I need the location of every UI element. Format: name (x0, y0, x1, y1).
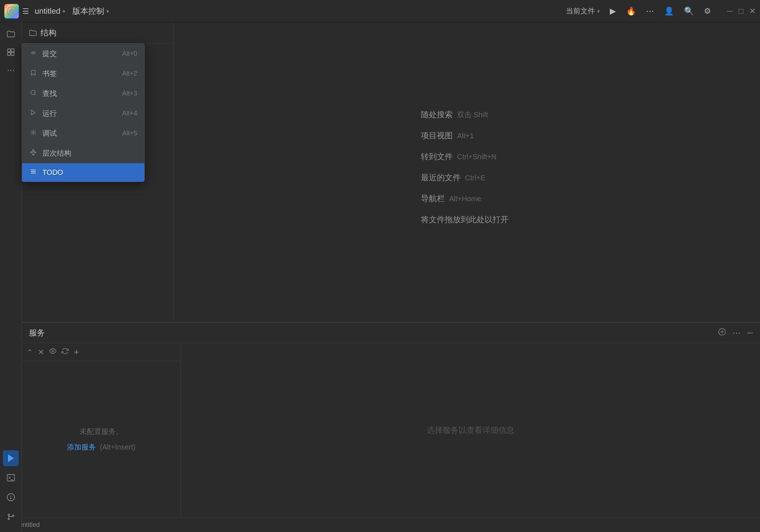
svg-rect-3 (11, 49, 14, 52)
dropdown-menu: 提交 Alt+0 书签 Alt+2 查找 Alt+3 运行 Alt+4 (22, 43, 145, 182)
find-label: 查找 (42, 89, 122, 98)
editor-hints: 随处搜索 双击 Shift 项目视图 Alt+1 转到文件 Ctrl+Shift… (421, 109, 513, 235)
debug-label: 调试 (42, 128, 122, 138)
services-header: 服务 ⋯ ─ (22, 323, 760, 343)
main-area: 随处搜索 双击 Shift 项目视图 Alt+1 转到文件 Ctrl+Shift… (174, 22, 760, 322)
hint-drag-drop-label: 将文件拖放到此处以打开 (421, 214, 508, 225)
vcs-button[interactable]: 版本控制 ▾ (72, 6, 109, 17)
dropdown-item-todo[interactable]: TODO (22, 163, 144, 182)
current-file-button[interactable]: 当前文件 ▾ (566, 6, 600, 16)
services-add-icon[interactable] (718, 328, 726, 338)
svg-rect-24 (33, 154, 34, 155)
sidebar-run-icon[interactable] (3, 450, 19, 466)
search-icon[interactable]: 🔍 (684, 7, 694, 16)
dropdown-item-debug[interactable]: 调试 Alt+5 (22, 123, 144, 143)
services-panel: 服务 ⋯ ─ ⌃ ✕ (22, 322, 760, 518)
sidebar-git-icon[interactable] (3, 509, 19, 525)
hint-drag-drop: 将文件拖放到此处以打开 (421, 214, 513, 225)
svg-point-11 (8, 514, 9, 515)
commit-label: 提交 (42, 49, 122, 59)
toolbar-add-btn[interactable]: + (74, 347, 79, 357)
svg-point-20 (33, 132, 34, 134)
hint-goto-file: 转到文件 Ctrl+Shift+N (421, 151, 513, 162)
services-title: 服务 (29, 328, 718, 338)
add-service-shortcut: (Alt+Insert) (100, 443, 135, 451)
vcs-label: 版本控制 (72, 6, 104, 17)
hint-recent-files-label: 最近的文件 (421, 172, 461, 183)
sidebar-more-icon[interactable]: ⋯ (3, 62, 19, 78)
bottom-project-name: untitled (19, 521, 40, 529)
run-button[interactable]: ▶ (610, 7, 616, 16)
todo-icon (29, 168, 37, 177)
sidebar-folder-icon[interactable] (3, 26, 19, 42)
sidebar-bottom (3, 450, 19, 532)
project-name: untitled (35, 7, 60, 16)
more-actions-icon[interactable]: ⋯ (646, 7, 654, 16)
dropdown-item-find[interactable]: 查找 Alt+3 (22, 84, 144, 104)
services-more-icon[interactable]: ⋯ (732, 328, 740, 338)
current-file-label: 当前文件 (566, 6, 595, 16)
bookmark-shortcut: Alt+2 (122, 70, 137, 77)
hint-goto-file-label: 转到文件 (421, 151, 453, 162)
todo-label: TODO (42, 168, 137, 177)
maximize-button[interactable]: □ (739, 7, 743, 16)
svg-point-17 (31, 90, 35, 94)
hint-search-label: 随处搜索 (421, 109, 453, 120)
structure-header: 结构 (22, 22, 173, 43)
toolbar-refresh-btn[interactable] (62, 347, 69, 356)
services-empty-text: 未配置服务。 (80, 427, 123, 436)
hierarchy-label: 层次结构 (42, 148, 137, 158)
hint-recent-files-shortcut: Ctrl+E (465, 174, 485, 182)
minimize-button[interactable]: ─ (727, 7, 733, 16)
add-service-text: 添加服务 (67, 443, 96, 451)
services-empty-state: 未配置服务。 添加服务 (Alt+Insert) (22, 361, 181, 518)
dropdown-item-hierarchy[interactable]: 层次结构 (22, 143, 144, 163)
hint-recent-files: 最近的文件 Ctrl+E (421, 172, 513, 183)
toolbar-eye-btn[interactable] (49, 347, 56, 356)
left-sidebar: ⋯ (0, 22, 22, 532)
hint-navbar-label: 导航栏 (421, 193, 445, 204)
svg-line-18 (34, 94, 35, 95)
sidebar-terminal-icon[interactable] (3, 470, 19, 486)
hint-project-view-label: 项目视图 (421, 130, 453, 141)
dropdown-item-run[interactable]: 运行 Alt+4 (22, 104, 144, 123)
hint-navbar-shortcut: Alt+Home (449, 195, 481, 203)
hint-search-shortcut: 双击 Shift (457, 110, 488, 120)
structure-title: 结构 (41, 28, 56, 38)
bookmark-label: 书签 (42, 69, 122, 79)
sidebar-structure-icon[interactable] (3, 44, 19, 60)
services-detail: 选择服务以查看详细信息 (181, 343, 760, 518)
toolbar-close-btn[interactable]: ✕ (38, 348, 44, 356)
svg-point-1 (10, 10, 13, 12)
add-service-link[interactable]: 添加服务 (Alt+Insert) (67, 442, 136, 452)
hint-goto-file-shortcut: Ctrl+Shift+N (457, 153, 497, 161)
close-button[interactable]: ✕ (749, 7, 756, 16)
debug-icon (29, 129, 37, 138)
profile-icon[interactable]: 👤 (664, 7, 674, 16)
vcs-chevron: ▾ (106, 8, 109, 14)
services-header-icons: ⋯ ─ (718, 328, 753, 338)
settings-icon[interactable]: ⚙ (704, 7, 711, 16)
services-no-selection-text: 选择服务以查看详细信息 (427, 425, 514, 436)
current-file-chevron: ▾ (597, 8, 600, 14)
project-title[interactable]: untitled ▾ (35, 7, 65, 16)
sidebar-warning-icon[interactable] (3, 489, 19, 505)
menu-icon[interactable]: ☰ (22, 7, 29, 16)
toolbar-up-btn[interactable]: ⌃ (27, 348, 33, 356)
hierarchy-icon (29, 149, 37, 157)
window-controls: ─ □ ✕ (727, 7, 756, 16)
dropdown-item-bookmark[interactable]: 书签 Alt+2 (22, 64, 144, 84)
svg-marker-6 (8, 455, 13, 461)
dropdown-item-commit[interactable]: 提交 Alt+0 (22, 44, 144, 64)
services-minimize-icon[interactable]: ─ (747, 328, 753, 338)
run-shortcut: Alt+4 (122, 110, 137, 117)
services-content: ⌃ ✕ + 未配置服务。 (22, 343, 760, 518)
titlebar-right: 当前文件 ▾ ▶ 🔥 ⋯ 👤 🔍 ⚙ ─ □ ✕ (566, 6, 756, 16)
hint-search: 随处搜索 双击 Shift (421, 109, 513, 120)
flame-icon[interactable]: 🔥 (626, 7, 636, 16)
svg-point-34 (52, 350, 54, 352)
hint-project-view: 项目视图 Alt+1 (421, 130, 513, 141)
hint-project-view-shortcut: Alt+1 (457, 132, 474, 140)
svg-point-12 (8, 518, 9, 520)
services-list: ⌃ ✕ + 未配置服务。 (22, 343, 181, 518)
